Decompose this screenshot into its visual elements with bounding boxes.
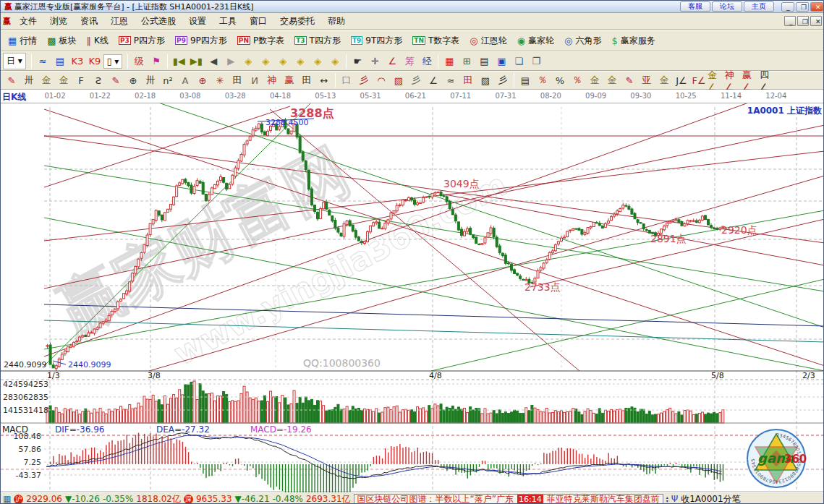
news-item-1[interactable]: 国区块链公司图谱：半数以上“落户”广东 [357, 494, 514, 504]
t-number-table-button[interactable]: TNT数字表 [407, 33, 464, 49]
main-chart[interactable]: 赢家财富网www.yingjia360.com1/33/84/85/82/342… [1, 103, 824, 492]
zoom-in-icon[interactable]: ◈ [292, 54, 309, 69]
kline-3-icon[interactable]: K3 [69, 54, 86, 69]
fibonacci-grid-icon[interactable]: F [72, 72, 90, 88]
ying-grid-icon[interactable]: 赢 [281, 72, 298, 88]
circle-grid-icon[interactable]: ⊕ [124, 72, 142, 88]
menu-设置[interactable]: 设置 [182, 14, 213, 29]
ya-tool-icon[interactable]: 亚 [638, 72, 655, 88]
fan-lines3-icon[interactable]: 彡 [494, 72, 511, 88]
print-icon[interactable]: ❐ [527, 54, 545, 69]
percent-line-icon[interactable]: ％ [569, 72, 586, 88]
menu-帮助[interactable]: 帮助 [321, 14, 352, 29]
jump-first-icon[interactable]: ▮◀ [170, 54, 187, 69]
four-angle-icon[interactable]: 四∠ [760, 72, 777, 88]
gold-angle-icon[interactable]: 金 [655, 72, 673, 88]
angle-fan-icon[interactable]: ∠ [425, 72, 442, 88]
mdi-restore-button[interactable]: ❐ [797, 16, 809, 26]
gold-line-icon[interactable]: 金 [603, 72, 621, 88]
marker-tool-icon[interactable]: ✎ [107, 72, 124, 88]
fan-lines2-icon[interactable]: 彡 [407, 72, 425, 88]
arc-tool-icon[interactable]: ◠ [373, 72, 390, 88]
customer-service-button[interactable]: 客服 [680, 1, 710, 12]
angle-a-icon[interactable]: A [177, 72, 194, 88]
level-icon[interactable]: 级 [130, 54, 148, 69]
menu-工具[interactable]: 工具 [213, 14, 243, 29]
wave-tool-icon[interactable]: И [246, 72, 263, 88]
forum-button[interactable]: 论坛 [712, 1, 742, 12]
compass-tool-icon[interactable]: ⊕ [194, 72, 211, 88]
kline-button[interactable]: ‖K线 [82, 33, 114, 49]
crosshair-tool-icon[interactable]: ✛ [366, 54, 383, 69]
calculator-icon[interactable]: ⊞ [458, 54, 475, 69]
mdi-minimize-button[interactable]: _ [784, 16, 796, 26]
p-number-table-button[interactable]: PNP数字表 [232, 33, 289, 49]
t-square-button[interactable]: T3T四方形 [289, 33, 346, 49]
news-item-2[interactable]: 菲亚特克莱斯勒汽车集团盘前 [547, 494, 660, 504]
menu-交易委托[interactable]: 交易委托 [273, 14, 321, 29]
zoom-right-icon[interactable]: ◈ [257, 54, 274, 69]
period-day-selector[interactable]: 日 ▾ [3, 53, 26, 69]
market-quotes-button[interactable]: ▦行情 [3, 33, 42, 49]
menu-江恩[interactable]: 江恩 [104, 14, 135, 29]
menu-浏览[interactable]: 浏览 [43, 14, 74, 29]
9p-square-button[interactable]: P99P四方形 [170, 33, 232, 49]
step-back-icon[interactable]: ◀ [205, 54, 222, 69]
matrix-grid-icon[interactable]: 田 [229, 72, 246, 88]
minimize-button[interactable]: _ [781, 2, 794, 12]
rocket-tool-icon[interactable]: ✎ [621, 72, 638, 88]
pen-tool-icon[interactable]: ✎ [3, 72, 20, 88]
zoom-left-icon[interactable]: ◈ [239, 54, 257, 69]
calendar-icon[interactable]: ▦ [441, 54, 458, 69]
spiral-tool-icon[interactable]: Ƨ [90, 72, 107, 88]
hatch-grid-icon[interactable]: ▨ [477, 72, 494, 88]
restore-button[interactable]: ❐ [796, 2, 809, 12]
menu-窗口[interactable]: 窗口 [243, 14, 273, 29]
stats-table-icon[interactable]: ▤ [517, 72, 534, 88]
gann-wheel-button[interactable]: ◎江恩轮 [464, 33, 511, 49]
chip-distribution-icon[interactable]: 筹 [401, 54, 418, 69]
quotes-grid-icon[interactable]: ▦ [3, 494, 11, 504]
gold-angle2-icon[interactable]: 金∠ [708, 72, 725, 88]
square-of-nine-icon[interactable]: n² [159, 72, 177, 88]
percent-icon[interactable]: % [551, 72, 569, 88]
box-tool-icon[interactable]: 口 [338, 72, 355, 88]
red-grid-icon[interactable]: 田 [459, 72, 477, 88]
menu-资讯[interactable]: 资讯 [74, 14, 104, 29]
menu-公式选股[interactable]: 公式选股 [135, 14, 182, 29]
winner-wheel-button[interactable]: ◉赢家轮 [512, 33, 559, 49]
price-grid-icon[interactable]: 田 [298, 72, 315, 88]
pattern-window-icon[interactable]: ≈ [34, 54, 51, 69]
9t-square-button[interactable]: T99T四方形 [346, 33, 407, 49]
star-fan-icon[interactable]: ✳ [211, 72, 229, 88]
ying-angle-icon[interactable]: 赢∠ [742, 72, 760, 88]
kline-9-icon[interactable]: K9 [86, 54, 103, 69]
jump-last-icon[interactable]: ▶▮ [187, 54, 205, 69]
shade-grid-icon[interactable]: ▨ [390, 72, 407, 88]
hand-tool-icon[interactable]: ☛ [349, 54, 366, 69]
copy-icon[interactable]: ❏ [510, 54, 527, 69]
shen-grid-icon[interactable]: 神 [263, 72, 281, 88]
info-panel-icon[interactable]: ▤ [51, 54, 69, 69]
notepad-icon[interactable]: ▤ [475, 54, 493, 69]
percent-retrace-icon[interactable]: ％ [534, 72, 551, 88]
gann-grid-icon[interactable]: 卅 [20, 72, 38, 88]
news-scroll-spinner[interactable]: ▴▾ [666, 495, 668, 503]
p-square-button[interactable]: P3P四方形 [114, 33, 170, 49]
time-span-icon[interactable]: ↔ [315, 72, 333, 88]
gold-grid-icon[interactable]: 金 [38, 72, 55, 88]
news-ticker[interactable]: 国区块链公司图谱：半数以上“落户”广东 16:14 菲亚特克莱斯勒汽车集团盘前 [354, 494, 663, 504]
winner-service-button[interactable]: $赢家服务 [606, 33, 660, 49]
mdi-close-button[interactable]: ✕ [810, 16, 822, 26]
menu-文件[interactable]: 文件 [13, 14, 43, 29]
meridian-tool-icon[interactable]: 经 [418, 54, 436, 69]
j-angle-icon[interactable]: J∠ [673, 72, 690, 88]
sectors-button[interactable]: ▩板块 [42, 33, 81, 49]
gold-grid2-icon[interactable]: 金 [55, 72, 72, 88]
kline-style-selector[interactable]: ▯ ▾ [103, 54, 122, 69]
homepage-button[interactable]: 主页 [744, 1, 774, 12]
pan-icon[interactable]: ◈ [309, 54, 326, 69]
time-grid-icon[interactable]: 卅 [142, 72, 159, 88]
zoom-out-icon[interactable]: ◈ [274, 54, 292, 69]
flag-icon[interactable]: ⚑ [148, 54, 165, 69]
